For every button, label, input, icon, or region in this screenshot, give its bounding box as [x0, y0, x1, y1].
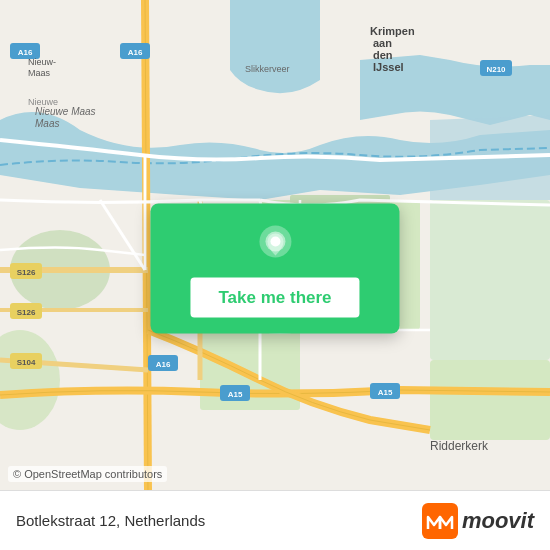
svg-text:S104: S104 — [17, 358, 36, 367]
moovit-logo: moovit — [422, 503, 534, 539]
address-label: Botlekstraat 12, Netherlands — [16, 512, 205, 529]
svg-text:Nieuwe: Nieuwe — [28, 97, 58, 107]
svg-text:Maas: Maas — [28, 68, 51, 78]
moovit-text-label: moovit — [462, 508, 534, 534]
svg-text:S126: S126 — [17, 268, 36, 277]
svg-text:N210: N210 — [486, 65, 506, 74]
svg-text:den: den — [373, 49, 393, 61]
svg-text:A15: A15 — [378, 388, 393, 397]
svg-text:S126: S126 — [17, 308, 36, 317]
green-card: Take me there — [150, 204, 399, 334]
svg-text:IJssel: IJssel — [373, 61, 404, 73]
bottom-bar: Botlekstraat 12, Netherlands moovit — [0, 490, 550, 550]
svg-text:A16: A16 — [128, 48, 143, 57]
svg-text:aan: aan — [373, 37, 392, 49]
copyright-text: © OpenStreetMap contributors — [8, 466, 167, 482]
copyright-label: © OpenStreetMap contributors — [13, 468, 162, 480]
svg-rect-4 — [430, 360, 550, 440]
svg-text:Ridderkerk: Ridderkerk — [430, 439, 489, 453]
take-me-there-button[interactable]: Take me there — [190, 278, 359, 318]
button-overlay: Take me there — [150, 204, 399, 334]
svg-rect-3 — [430, 200, 550, 360]
location-pin-icon — [253, 224, 297, 268]
svg-text:Slikkerveer: Slikkerveer — [245, 64, 290, 74]
svg-text:Krimpen: Krimpen — [370, 25, 415, 37]
svg-text:Nieuwe Maas: Nieuwe Maas — [35, 106, 96, 117]
svg-text:A16: A16 — [18, 48, 33, 57]
svg-text:A15: A15 — [228, 390, 243, 399]
moovit-logo-icon — [422, 503, 458, 539]
svg-text:A16: A16 — [156, 360, 171, 369]
svg-text:Nieuw-: Nieuw- — [28, 57, 56, 67]
map-container: A16 A16 S126 S126 S104 S105 S105 A16 A15… — [0, 0, 550, 550]
svg-text:Maas: Maas — [35, 118, 59, 129]
